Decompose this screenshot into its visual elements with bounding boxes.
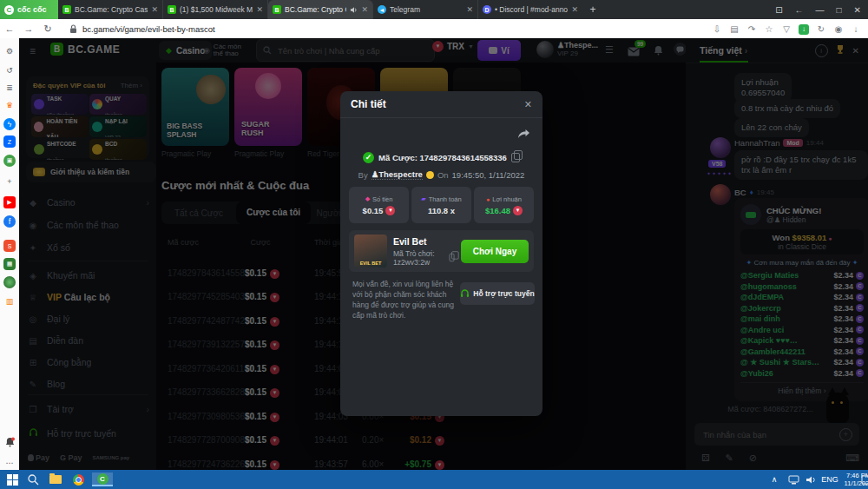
trx-coin-icon: ▼ (513, 206, 523, 215)
url-text[interactable]: bc.game/vi/game/evil-bet-by-mascot (82, 24, 215, 34)
tab-search-icon[interactable]: ⊡ (775, 5, 782, 15)
screen: C cốc cốc B BC.Game: Crypto Casino Ga ✕ … (0, 0, 868, 489)
bookmark-star-icon[interactable]: ☆ (760, 24, 778, 34)
tab-title: Telegram (390, 5, 463, 14)
share-page-icon[interactable]: ↷ (743, 24, 760, 34)
tab-title: BC.Game: Crypto Casino Ga (75, 5, 148, 14)
coccoc-logo-text: cốc cốc (17, 5, 47, 14)
history-icon[interactable]: ↺ (3, 64, 16, 76)
lock-icon[interactable] (69, 24, 77, 34)
browser-tab-bar: C cốc cốc B BC.Game: Crypto Casino Ga ✕ … (0, 0, 868, 19)
bcgame-page: ≡ B BC.GAME Đặc quyền VIP của tôi Thêm ›… (19, 38, 868, 470)
copy-icon[interactable] (449, 254, 454, 261)
close-window-button[interactable]: ✕ (854, 5, 861, 15)
zalo-icon[interactable]: Z (3, 135, 16, 148)
network-icon[interactable] (786, 472, 800, 486)
bet-timestamp: 19:45:50, 1/11/2022 (452, 170, 525, 180)
support-note: Mọi vấn đề, xin vui lòng liên hệ với bộ … (352, 279, 455, 320)
player-name-link[interactable]: ♟Thespectre (372, 169, 423, 180)
play-now-button[interactable]: Chơi Ngay (461, 240, 529, 263)
feed-icon[interactable]: ≣ (3, 82, 16, 94)
headset-icon (460, 289, 470, 298)
game-thumbnail[interactable]: EVIL BET (354, 235, 387, 268)
youtube-icon[interactable]: ▶ (3, 196, 16, 208)
game-name: Evil Bet (393, 236, 455, 247)
maximize-button[interactable]: □ (837, 5, 842, 15)
save-page-icon[interactable]: ⇩ (708, 24, 726, 34)
sticker-icon[interactable] (3, 276, 16, 288)
games-gamepad-icon[interactable]: ▣ (3, 155, 16, 167)
tray-show-hidden-icon[interactable]: ∧ (767, 472, 781, 486)
bet-id-line: ✓ Mã Cược: 1748297843614558336 (340, 152, 542, 163)
trx-coin-icon: ▼ (385, 206, 395, 215)
verified-check-icon: ✓ (363, 152, 374, 163)
close-tab-icon[interactable]: ✕ (256, 5, 263, 14)
more-dots-icon[interactable]: ⋯ (3, 457, 16, 469)
settings-gear-icon[interactable]: ⚙ (3, 45, 16, 57)
close-tab-icon[interactable]: ✕ (361, 5, 368, 14)
back-button[interactable]: ← (0, 23, 19, 34)
game-info-card: EVIL BET Evil Bet Mã Trò chơi: 1z2wv3:2w… (349, 230, 534, 272)
close-modal-icon[interactable]: ✕ (524, 99, 532, 110)
sync-icon[interactable]: ↻ (812, 24, 830, 34)
stat-profit: ●Lợi nhuận $16.48▼ (474, 187, 534, 223)
shopping-cart-icon[interactable]: ▥ (3, 295, 16, 307)
add-shortcut-icon[interactable]: + (3, 175, 16, 188)
bet-details-modal: Chi tiết ✕ ✓ Mã Cược: 174829784361455833… (340, 91, 542, 416)
new-tab-button[interactable]: + (582, 0, 603, 19)
tab-title: • Discord | #mod-announc (495, 5, 568, 14)
extension-icon[interactable]: ↓ (795, 23, 812, 35)
start-button[interactable] (5, 472, 19, 486)
bet-by-line: By ♟Thespectre On 19:45:50, 1/11/2022 (340, 169, 542, 180)
close-tab-icon[interactable]: ✕ (466, 5, 473, 14)
tab-bcgame-1[interactable]: B BC.Game: Crypto Casino Ga ✕ (58, 0, 163, 19)
shopee-icon[interactable]: S (3, 240, 16, 252)
copy-icon[interactable] (511, 153, 520, 162)
stat-payout: ▰Thanh toán 110.8 x (411, 187, 471, 223)
bcgame-favicon: B (62, 5, 71, 14)
facebook-icon[interactable]: f (3, 215, 16, 228)
live-support-button[interactable]: Hỗ trợ trực tuyến (460, 282, 535, 305)
tab-history-arrow-icon[interactable]: ← (795, 5, 804, 15)
volume-icon[interactable] (804, 472, 818, 486)
messenger-icon[interactable]: ϟ (3, 118, 16, 130)
close-tab-icon[interactable]: ✕ (571, 5, 578, 14)
notification-center-icon[interactable] (859, 472, 868, 486)
tab-title: BC.Game: Crypto Casino (285, 5, 346, 14)
coccoc-logo-icon: C (4, 5, 14, 15)
chrome-icon[interactable] (71, 472, 85, 486)
bet-stats: ◆Số tiền $0.15▼ ▰Thanh toán 110.8 x ●Lợi… (349, 187, 534, 223)
reload-button[interactable]: ↻ (38, 23, 57, 35)
notification-bell-icon[interactable] (3, 436, 16, 448)
screenshot-icon[interactable]: ▤ (726, 24, 743, 34)
profile-avatar-icon[interactable]: ◉ (830, 24, 847, 34)
coccoc-menu-button[interactable]: C cốc cốc (0, 0, 58, 19)
emoji-money-face-icon (426, 171, 434, 179)
bet-id-value: 1748297843614558336 (420, 153, 507, 162)
tab-bcgame-active[interactable]: B BC.Game: Crypto Casino ✕ (268, 0, 373, 19)
tab-audio-icon[interactable] (350, 6, 358, 14)
modal-title: Chi tiết (351, 98, 386, 110)
coccoc-taskbar-icon[interactable]: C (92, 472, 113, 486)
minimize-button[interactable]: — (816, 5, 825, 15)
bcgame-favicon: B (273, 5, 281, 14)
forward-button[interactable]: → (19, 23, 38, 34)
adblock-shield-icon[interactable]: ▽ (778, 24, 795, 34)
game-code: 1z2wv3:2w (393, 258, 430, 267)
profit-icon: ● (486, 196, 490, 202)
close-tab-icon[interactable]: ✕ (151, 5, 158, 14)
hot-trending-icon[interactable]: ♛ (3, 99, 16, 111)
tab-telegram[interactable]: ◄ Telegram ✕ (373, 0, 478, 19)
downloads-icon[interactable]: ↓ (847, 24, 865, 34)
discord-favicon: D (483, 5, 491, 14)
input-language[interactable]: ENG (819, 472, 840, 486)
file-explorer-icon[interactable] (49, 472, 62, 486)
gift-icon[interactable]: ▦ (3, 258, 16, 270)
share-icon[interactable] (517, 128, 530, 143)
tab-midweek-mascot[interactable]: B (1) $1,500 Midweek Mascot ✕ (163, 0, 268, 19)
taskbar-search-icon[interactable] (26, 472, 40, 486)
address-bar: ← → ↻ bc.game/vi/game/evil-bet-by-mascot… (0, 19, 868, 39)
windows-taskbar: C ∧ ENG 7:46 PM 11/1/2022 (0, 470, 868, 489)
coccoc-edge-sidebar: ⚙ ↺ ≣ ♛ ϟ Z ▣ + ▶ f S ▦ ▥ ⋯ (0, 38, 20, 470)
tab-discord[interactable]: D • Discord | #mod-announc ✕ (478, 0, 582, 19)
